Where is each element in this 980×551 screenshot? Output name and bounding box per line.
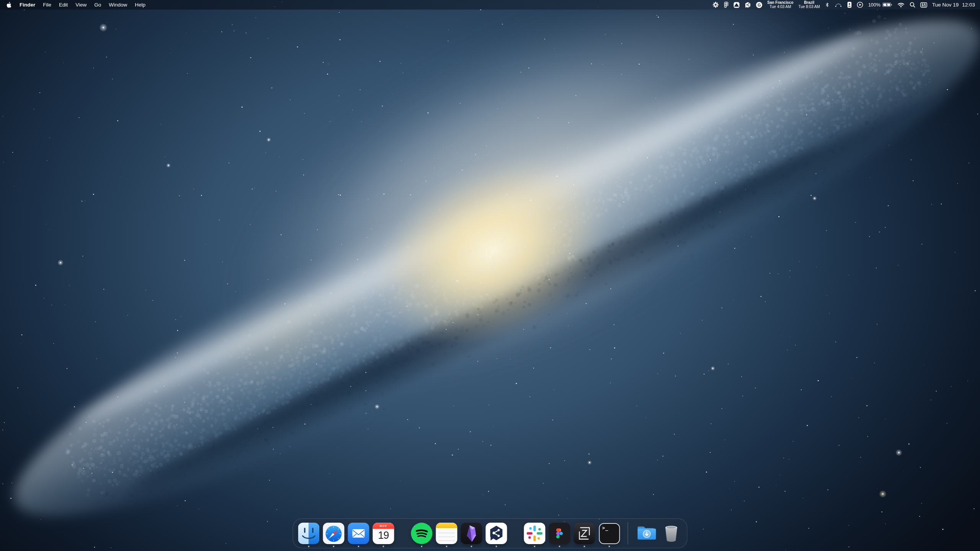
menu-bar-clock[interactable]: Tue Nov 19 12:03 bbox=[932, 2, 975, 8]
now-playing-icon[interactable] bbox=[857, 2, 863, 8]
hexagon-share-menu-icon[interactable] bbox=[745, 2, 751, 8]
notes-rule bbox=[438, 536, 455, 537]
dock-item-calendar[interactable]: NOV 19 bbox=[373, 523, 394, 544]
dock-item-zed[interactable] bbox=[574, 523, 595, 544]
dock-item-figma[interactable] bbox=[549, 523, 570, 544]
clock-date: Tue Nov 19 bbox=[932, 2, 959, 8]
running-indicator bbox=[609, 546, 610, 547]
menu-app-name[interactable]: Finder bbox=[16, 2, 39, 8]
starfield bbox=[0, 0, 980, 551]
control-center-icon[interactable] bbox=[920, 2, 927, 8]
dock-item-terminal[interactable]: >_ bbox=[599, 523, 620, 544]
apple-logo-icon bbox=[7, 2, 11, 8]
world-clock-brazil[interactable]: Brazil Tue 8:03 AM bbox=[799, 1, 820, 9]
dock-item-trash[interactable] bbox=[661, 523, 682, 544]
world-clock-city: San Francisco bbox=[767, 1, 793, 5]
running-indicator bbox=[534, 546, 536, 547]
world-clock-city: Brazil bbox=[804, 1, 814, 5]
running-indicator bbox=[471, 546, 472, 547]
calendar-day: 19 bbox=[373, 529, 394, 542]
running-indicator bbox=[333, 546, 335, 547]
dock-item-obsidian[interactable] bbox=[461, 523, 482, 544]
dock-item-finder[interactable] bbox=[298, 523, 320, 544]
menu-window[interactable]: Window bbox=[105, 2, 131, 8]
apple-menu[interactable] bbox=[7, 2, 16, 8]
running-indicator bbox=[496, 546, 497, 547]
figma-menu-icon[interactable] bbox=[724, 2, 728, 8]
iphone-mirroring-icon[interactable] bbox=[847, 2, 852, 8]
dock-item-notes[interactable] bbox=[436, 523, 457, 544]
grammarly-icon[interactable]: G bbox=[756, 2, 762, 8]
dock-item-mail[interactable] bbox=[348, 523, 369, 544]
notes-header-band bbox=[436, 523, 457, 528]
running-indicator bbox=[421, 546, 423, 547]
world-clock-time: Tue 4:03 AM bbox=[769, 5, 791, 9]
menu-edit[interactable]: Edit bbox=[55, 2, 72, 8]
menu-view[interactable]: View bbox=[72, 2, 90, 8]
world-clock-san-francisco[interactable]: San Francisco Tue 4:03 AM bbox=[767, 1, 793, 9]
running-indicator bbox=[383, 546, 384, 547]
dock-spacer bbox=[511, 523, 521, 544]
dock: NOV 19 bbox=[293, 518, 688, 548]
galaxy-wallpaper bbox=[0, 0, 980, 551]
running-indicator bbox=[559, 546, 560, 547]
dock-item-downloads-folder[interactable] bbox=[636, 523, 657, 544]
running-indicator bbox=[358, 546, 359, 547]
running-indicator bbox=[584, 546, 585, 547]
wifi-icon[interactable] bbox=[897, 2, 905, 8]
menu-bar-left: Finder File Edit View Go Window Help bbox=[0, 2, 149, 8]
dock-item-spotify[interactable] bbox=[411, 523, 433, 544]
menu-bar-status: G San Francisco Tue 4:03 AM Brazil Tue 8… bbox=[712, 1, 980, 9]
notes-rule bbox=[438, 533, 455, 533]
world-clock-time: Tue 8:03 AM bbox=[799, 5, 820, 9]
menu-go[interactable]: Go bbox=[90, 2, 105, 8]
clock-time: 12:03 bbox=[962, 2, 975, 8]
dotted-arc-icon[interactable] bbox=[835, 2, 842, 8]
dock-divider bbox=[628, 522, 628, 544]
calendar-month: NOV bbox=[373, 523, 394, 529]
terminal-prompt: >_ bbox=[602, 525, 608, 531]
triangle-app-icon[interactable] bbox=[733, 2, 740, 8]
flower-burst-icon[interactable] bbox=[712, 2, 719, 8]
desktop: Finder File Edit View Go Window Help bbox=[0, 0, 980, 551]
bluetooth-icon[interactable] bbox=[825, 2, 830, 8]
running-indicator bbox=[308, 546, 310, 547]
menu-file[interactable]: File bbox=[39, 2, 55, 8]
running-indicator bbox=[446, 546, 448, 547]
menu-bar: Finder File Edit View Go Window Help bbox=[0, 0, 980, 10]
dock-item-hexagon-share-app[interactable] bbox=[486, 523, 507, 544]
dock-spacer bbox=[398, 523, 408, 544]
spotlight-search-icon[interactable] bbox=[910, 2, 915, 8]
menu-help[interactable]: Help bbox=[131, 2, 149, 8]
dock-item-safari[interactable] bbox=[323, 523, 345, 544]
battery-percent: 100% bbox=[868, 2, 880, 8]
battery-status[interactable]: 100% bbox=[868, 2, 892, 8]
dock-item-slack[interactable] bbox=[524, 523, 546, 544]
battery-charging-icon bbox=[882, 2, 892, 7]
notes-rule bbox=[438, 540, 455, 541]
